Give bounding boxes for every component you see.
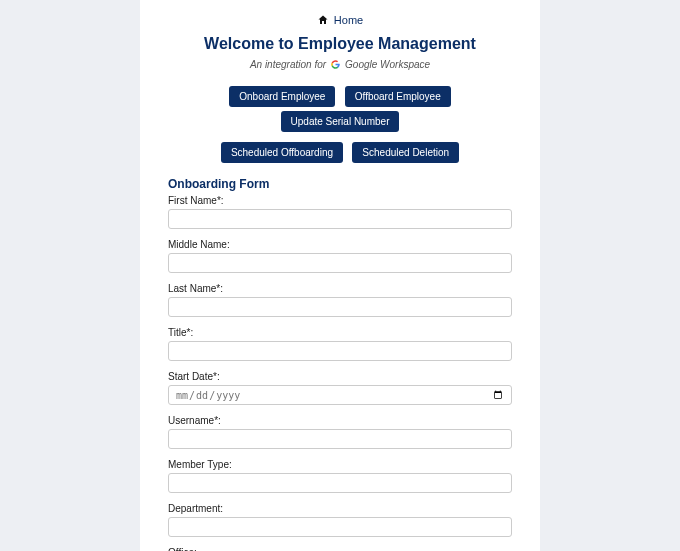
- username-input[interactable]: [168, 429, 512, 449]
- title-label: Title*:: [168, 327, 512, 338]
- scheduled-offboarding-button[interactable]: Scheduled Offboarding: [221, 142, 343, 163]
- start-date-label: Start Date*:: [168, 371, 512, 382]
- form-title: Onboarding Form: [168, 177, 512, 191]
- start-date-input[interactable]: [168, 385, 512, 405]
- department-input[interactable]: [168, 517, 512, 537]
- last-name-label: Last Name*:: [168, 283, 512, 294]
- office-label: Office:: [168, 547, 512, 551]
- middle-name-input[interactable]: [168, 253, 512, 273]
- google-icon: [331, 60, 340, 69]
- main-card: Home Welcome to Employee Management An i…: [140, 0, 540, 551]
- secondary-actions-row: Scheduled Offboarding Scheduled Deletion: [168, 140, 512, 165]
- last-name-input[interactable]: [168, 297, 512, 317]
- subtitle: An integration for Google Workspace: [168, 59, 512, 70]
- scheduled-deletion-button[interactable]: Scheduled Deletion: [352, 142, 459, 163]
- title-input[interactable]: [168, 341, 512, 361]
- member-type-label: Member Type:: [168, 459, 512, 470]
- first-name-input[interactable]: [168, 209, 512, 229]
- primary-actions-row: Onboard Employee Offboard Employee Updat…: [168, 84, 512, 134]
- username-label: Username*:: [168, 415, 512, 426]
- offboard-employee-button[interactable]: Offboard Employee: [345, 86, 451, 107]
- update-serial-button[interactable]: Update Serial Number: [281, 111, 400, 132]
- first-name-label: First Name*:: [168, 195, 512, 206]
- member-type-input[interactable]: [168, 473, 512, 493]
- subtitle-suffix: Google Workspace: [345, 59, 430, 70]
- onboard-employee-button[interactable]: Onboard Employee: [229, 86, 335, 107]
- department-label: Department:: [168, 503, 512, 514]
- page-title: Welcome to Employee Management: [168, 35, 512, 53]
- home-icon: [317, 14, 329, 26]
- subtitle-prefix: An integration for: [250, 59, 326, 70]
- home-label: Home: [334, 14, 363, 26]
- home-link[interactable]: Home: [317, 14, 363, 26]
- middle-name-label: Middle Name:: [168, 239, 512, 250]
